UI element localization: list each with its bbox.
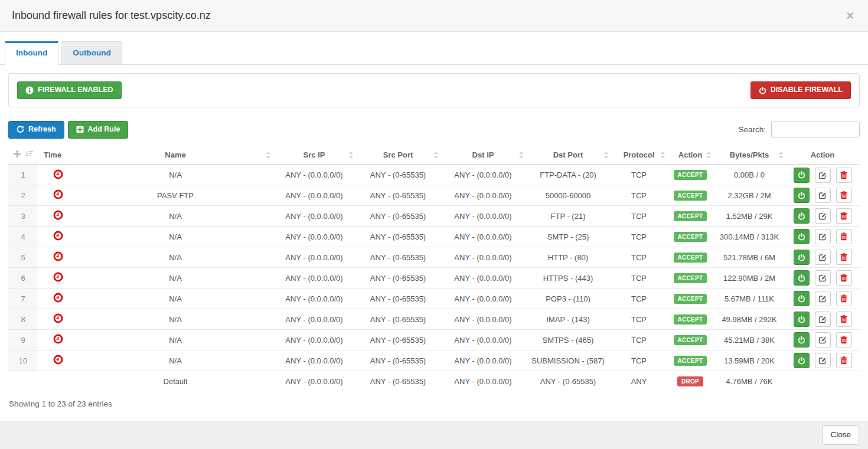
table-row: 8N/AANY - (0.0.0.0/0)ANY - (0-65535)ANY … — [8, 309, 860, 330]
edit-rule-button[interactable] — [815, 250, 831, 265]
sort-amount-icon[interactable] — [25, 150, 33, 158]
column-header-src-port[interactable]: Src Port — [355, 146, 440, 165]
protocol-cell: TCP — [611, 309, 667, 330]
edit-rule-button[interactable] — [815, 270, 831, 286]
close-button[interactable]: Close — [822, 425, 859, 445]
dst-ip-cell: ANY - (0.0.0.0/0) — [440, 309, 526, 330]
action-cell: ACCEPT — [667, 309, 713, 330]
delete-rule-button[interactable] — [836, 353, 852, 368]
column-header-dst-ip[interactable]: Dst IP — [440, 146, 526, 165]
edit-rule-button[interactable] — [815, 168, 831, 183]
bytes-pkts-cell: 300.14MB / 313K — [713, 227, 785, 247]
edit-rule-button[interactable] — [815, 188, 831, 203]
toggle-rule-button[interactable] — [794, 229, 810, 244]
action-badge: ACCEPT — [674, 232, 707, 242]
tab-bar: Inbound Outbound — [0, 32, 868, 65]
sort-updown-icon — [266, 151, 271, 159]
delete-rule-button[interactable] — [836, 208, 852, 224]
power-icon — [798, 192, 805, 199]
column-header-dst-port[interactable]: Dst Port — [526, 146, 611, 165]
table-row: 5N/AANY - (0.0.0.0/0)ANY - (0-65535)ANY … — [8, 247, 860, 268]
toggle-rule-button[interactable] — [794, 250, 810, 265]
toggle-rule-button[interactable] — [794, 312, 810, 327]
src-ip-cell: ANY - (0.0.0.0/0) — [273, 165, 355, 185]
trash-icon — [840, 212, 847, 220]
time-restriction-button[interactable] — [53, 251, 63, 261]
action-cell: ACCEPT — [667, 289, 713, 309]
toggle-rule-button[interactable] — [794, 291, 810, 306]
time-restriction-button[interactable] — [53, 313, 63, 323]
power-icon — [798, 171, 805, 179]
column-header-protocol[interactable]: Protocol — [611, 146, 667, 165]
edit-rule-button[interactable] — [815, 229, 831, 244]
refresh-button[interactable]: Refresh — [8, 121, 64, 139]
dst-port-cell: SUBMISSION - (587) — [526, 350, 611, 371]
delete-rule-button[interactable] — [836, 312, 852, 327]
column-header-action[interactable]: Action — [667, 146, 713, 165]
src-port-cell: ANY - (0-65535) — [355, 268, 440, 289]
add-rule-label: Add Rule — [88, 126, 120, 134]
add-rule-button[interactable]: Add Rule — [68, 121, 129, 139]
delete-rule-button[interactable] — [836, 188, 852, 203]
toggle-rule-button[interactable] — [794, 332, 810, 348]
row-index: 9 — [8, 330, 38, 350]
column-header-src-ip[interactable]: Src IP — [273, 146, 355, 165]
toggle-rule-button[interactable] — [794, 353, 810, 368]
toggle-rule-button[interactable] — [794, 168, 810, 183]
dst-port-cell: SMTPS - (465) — [526, 330, 611, 350]
action-cell: ACCEPT — [667, 268, 713, 289]
time-cell — [38, 206, 78, 227]
edit-icon — [818, 212, 827, 220]
row-actions-cell — [785, 289, 860, 309]
tab-outbound[interactable]: Outbound — [61, 41, 122, 64]
dst-port-cell: SMTP - (25) — [526, 227, 611, 247]
power-icon — [798, 233, 805, 241]
delete-rule-button[interactable] — [836, 270, 852, 286]
disable-firewall-button[interactable]: DISABLE FIREWALL — [750, 81, 851, 99]
time-cell — [38, 350, 78, 371]
time-restriction-button[interactable] — [53, 189, 63, 199]
delete-rule-button[interactable] — [836, 250, 852, 265]
time-cell — [38, 268, 78, 289]
table-row: 4N/AANY - (0.0.0.0/0)ANY - (0-65535)ANY … — [8, 227, 860, 247]
time-restriction-button[interactable] — [53, 272, 63, 282]
edit-rule-button[interactable] — [815, 353, 831, 368]
toggle-rule-button[interactable] — [794, 188, 810, 203]
delete-rule-button[interactable] — [836, 291, 852, 306]
edit-rule-button[interactable] — [815, 291, 831, 306]
tab-inbound[interactable]: Inbound — [5, 41, 58, 65]
time-restriction-button[interactable] — [53, 293, 63, 303]
time-restriction-button[interactable] — [53, 210, 63, 220]
edit-rule-button[interactable] — [815, 332, 831, 348]
firewall-enabled-button[interactable]: FIREWALL ENABLED — [17, 81, 122, 99]
edit-rule-button[interactable] — [815, 312, 831, 327]
time-restriction-button[interactable] — [53, 231, 63, 241]
src-port-cell: ANY - (0-65535) — [355, 309, 440, 330]
protocol-cell: TCP — [611, 330, 667, 350]
column-label: Bytes/Pkts — [730, 150, 769, 159]
sort-updown-icon — [660, 151, 665, 159]
src-port-cell: ANY - (0-65535) — [355, 185, 440, 206]
action-badge: ACCEPT — [674, 335, 707, 345]
row-index: 7 — [8, 289, 38, 309]
delete-rule-button[interactable] — [836, 229, 852, 244]
toggle-rule-button[interactable] — [794, 270, 810, 286]
rule-name-cell: N/A — [78, 309, 273, 330]
dst-ip-cell: ANY - (0.0.0.0/0) — [440, 350, 526, 371]
toggle-rule-button[interactable] — [794, 208, 810, 224]
column-label: Name — [165, 150, 185, 159]
column-header-name[interactable]: Name — [78, 146, 273, 165]
column-header-bytes-pkts[interactable]: Bytes/Pkts — [713, 146, 785, 165]
delete-rule-button[interactable] — [836, 332, 852, 348]
table-header-row: TimeNameSrc IPSrc PortDst IPDst PortProt… — [8, 146, 860, 165]
time-restriction-button[interactable] — [53, 334, 63, 344]
column-label: Action — [811, 150, 834, 159]
table-toolbar: Refresh Add Rule Search: — [8, 121, 860, 139]
search-input[interactable] — [771, 122, 860, 137]
edit-icon — [818, 232, 827, 241]
close-icon[interactable]: × — [844, 9, 856, 22]
delete-rule-button[interactable] — [836, 168, 852, 183]
time-restriction-button[interactable] — [53, 355, 63, 365]
edit-rule-button[interactable] — [815, 208, 831, 224]
time-restriction-button[interactable] — [53, 169, 63, 179]
